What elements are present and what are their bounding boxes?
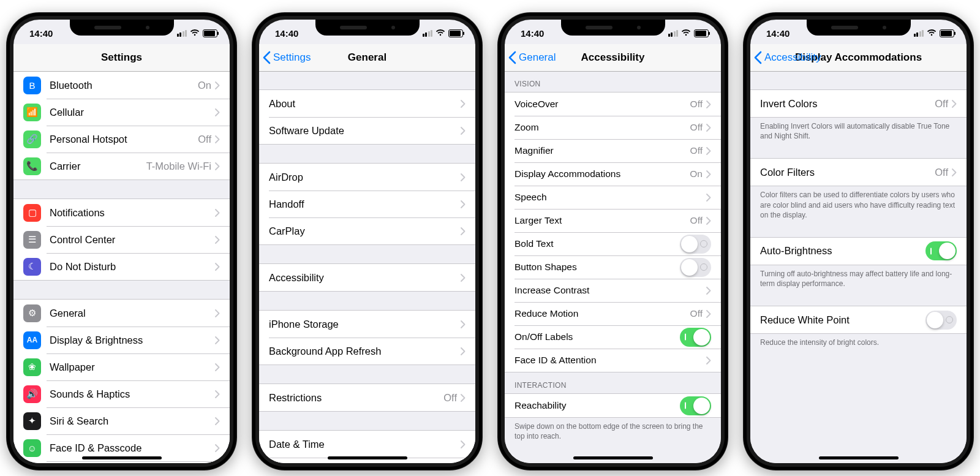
toggle-switch[interactable] xyxy=(680,235,711,254)
battery-icon xyxy=(940,29,954,37)
cellular-icon: 📶 xyxy=(23,104,41,121)
row-label: Do Not Disturb xyxy=(50,261,215,273)
toggle-switch[interactable] xyxy=(680,328,711,347)
row-label: About xyxy=(269,98,461,110)
row-button-shapes[interactable]: Button Shapes xyxy=(505,255,721,279)
home-indicator[interactable] xyxy=(328,456,407,459)
group-footer: Turning off auto-brightness may affect b… xyxy=(750,265,967,295)
row-reduce-white-point[interactable]: Reduce White Point xyxy=(750,306,967,333)
toggle-switch[interactable] xyxy=(680,396,711,415)
chevron-right-icon xyxy=(706,287,711,295)
row-detail: Off xyxy=(690,308,703,319)
row-siri-search[interactable]: ✦Siri & Search xyxy=(13,407,230,434)
row-iphone-storage[interactable]: iPhone Storage xyxy=(259,311,475,338)
row-label: Larger Text xyxy=(514,215,690,226)
home-indicator[interactable] xyxy=(82,456,162,459)
row-software-update[interactable]: Software Update xyxy=(259,117,475,144)
row-color-filters[interactable]: Color FiltersOff xyxy=(750,159,967,186)
device-notch xyxy=(807,20,911,36)
row-detail: Off xyxy=(690,215,703,226)
row-reachability[interactable]: Reachability xyxy=(505,394,721,417)
chevron-right-icon xyxy=(215,390,220,398)
toggle-switch[interactable] xyxy=(925,311,957,330)
back-button[interactable]: General xyxy=(508,44,556,71)
chevron-right-icon xyxy=(706,310,711,318)
row-label: Face ID & Passcode xyxy=(50,442,215,454)
battery-icon xyxy=(694,29,709,37)
group-footer: Reduce the intensity of bright colors. xyxy=(750,334,967,353)
row-magnifier[interactable]: MagnifierOff xyxy=(505,139,721,162)
settings-group: Accessibility xyxy=(259,263,475,292)
row-sounds-haptics[interactable]: 🔊Sounds & Haptics xyxy=(13,380,230,407)
row-control-center[interactable]: ☰Control Center xyxy=(13,226,230,253)
row-increase-contrast[interactable]: Increase Contrast xyxy=(505,279,721,302)
toggle-switch[interactable] xyxy=(925,241,957,260)
chevron-right-icon xyxy=(952,100,957,108)
row-personal-hotspot[interactable]: 🔗Personal HotspotOff xyxy=(13,126,230,153)
row-accessibility[interactable]: Accessibility xyxy=(259,264,475,291)
row-detail: Off xyxy=(935,98,948,110)
row-general[interactable]: ⚙General xyxy=(13,300,230,327)
row-carrier[interactable]: 📞CarrierT-Mobile Wi-Fi xyxy=(13,153,230,179)
row-speech[interactable]: Speech xyxy=(505,186,721,209)
wifi-icon xyxy=(681,28,691,38)
row-display-brightness[interactable]: AADisplay & Brightness xyxy=(13,327,230,353)
row-background-app-refresh[interactable]: Background App Refresh xyxy=(259,338,475,365)
row-label: Reduce White Point xyxy=(760,314,925,326)
row-label: AirDrop xyxy=(269,172,461,183)
display-icon: AA xyxy=(23,331,41,349)
row-larger-text[interactable]: Larger TextOff xyxy=(505,209,721,232)
row-label: VoiceOver xyxy=(514,99,690,110)
device-notch xyxy=(70,20,174,36)
row-voiceover[interactable]: VoiceOverOff xyxy=(505,93,721,116)
nav-bar: GeneralAccessibility xyxy=(505,44,721,72)
row-restrictions[interactable]: RestrictionsOff xyxy=(259,384,475,411)
row-auto-brightness[interactable]: Auto-Brightness xyxy=(750,238,967,265)
settings-group: BBluetoothOn📶Cellular🔗Personal HotspotOf… xyxy=(13,71,230,180)
moon-icon: ☾ xyxy=(23,258,41,276)
row-zoom[interactable]: ZoomOff xyxy=(505,116,721,139)
status-time: 14:40 xyxy=(763,26,790,39)
row-display-accommodations[interactable]: Display AccommodationsOn xyxy=(505,162,721,186)
chevron-right-icon xyxy=(461,320,466,328)
row-label: iPhone Storage xyxy=(269,319,461,330)
row-bluetooth[interactable]: BBluetoothOn xyxy=(13,72,230,99)
row-cellular[interactable]: 📶Cellular xyxy=(13,99,230,126)
home-indicator[interactable] xyxy=(573,456,653,459)
row-invert-colors[interactable]: Invert ColorsOff xyxy=(750,90,967,117)
wifi-icon xyxy=(190,28,200,38)
row-handoff[interactable]: Handoff xyxy=(259,191,475,217)
back-button[interactable]: Settings xyxy=(263,44,311,71)
row-about[interactable]: About xyxy=(259,90,475,117)
row-label: Color Filters xyxy=(760,167,935,178)
settings-group: VoiceOverOffZoomOffMagnifierOffDisplay A… xyxy=(505,92,721,372)
row-label: Zoom xyxy=(514,122,690,133)
chevron-right-icon xyxy=(706,100,711,108)
chevron-right-icon xyxy=(461,347,466,355)
row-emergency-sos[interactable]: SOSEmergency SOS xyxy=(13,461,230,463)
row-carplay[interactable]: CarPlay xyxy=(259,217,475,244)
group-header: INTERACTION xyxy=(505,372,721,393)
row-do-not-disturb[interactable]: ☾Do Not Disturb xyxy=(13,253,230,280)
back-label: Settings xyxy=(273,51,311,64)
row-detail: On xyxy=(198,80,211,91)
row-on-off-labels[interactable]: On/Off Labels xyxy=(505,325,721,349)
row-label: Display & Brightness xyxy=(50,334,215,346)
back-button[interactable]: Accessibility xyxy=(754,44,821,71)
row-wallpaper[interactable]: ❀Wallpaper xyxy=(13,353,230,380)
row-notifications[interactable]: ▢Notifications xyxy=(13,199,230,226)
row-label: Invert Colors xyxy=(760,98,935,110)
row-label: Bluetooth xyxy=(50,80,198,91)
settings-group: AirDropHandoffCarPlay xyxy=(259,163,475,245)
content: AboutSoftware UpdateAirDropHandoffCarPla… xyxy=(259,71,475,463)
toggle-switch[interactable] xyxy=(680,258,711,277)
chevron-right-icon xyxy=(706,217,711,225)
row-reduce-motion[interactable]: Reduce MotionOff xyxy=(505,302,721,325)
group-header: VISION xyxy=(505,71,721,92)
row-face-id-attention[interactable]: Face ID & Attention xyxy=(505,349,721,372)
chevron-right-icon xyxy=(215,162,220,170)
row-date-time[interactable]: Date & Time xyxy=(259,431,475,458)
home-indicator[interactable] xyxy=(819,456,899,459)
row-bold-text[interactable]: Bold Text xyxy=(505,232,721,255)
row-airdrop[interactable]: AirDrop xyxy=(259,164,475,191)
